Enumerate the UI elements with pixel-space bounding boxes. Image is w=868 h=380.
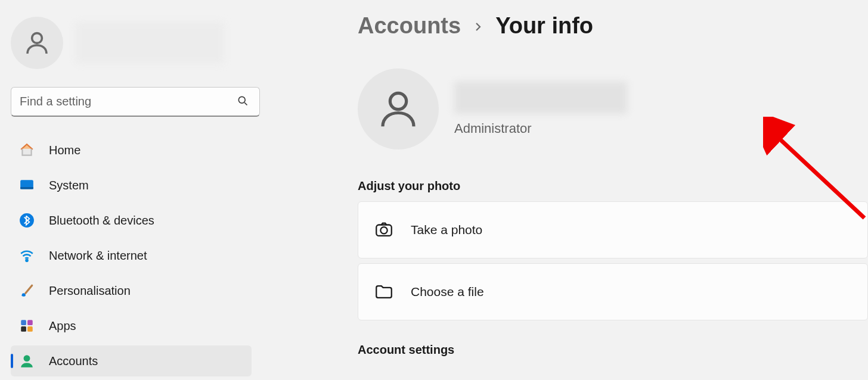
sidebar-item-system[interactable]: System — [11, 170, 252, 201]
profile-username-redacted — [454, 82, 627, 114]
wifi-icon — [18, 247, 36, 264]
sidebar-item-accounts[interactable]: Accounts — [11, 345, 252, 376]
person-icon — [23, 29, 51, 57]
account-settings-header: Account settings — [358, 343, 868, 357]
sidebar-item-label: Home — [49, 144, 80, 157]
sidebar-item-personalisation[interactable]: Personalisation — [11, 275, 252, 306]
take-photo-button[interactable]: Take a photo — [358, 201, 868, 258]
user-role: Administrator — [454, 121, 627, 136]
bluetooth-icon — [18, 211, 36, 229]
svg-point-14 — [380, 227, 387, 233]
breadcrumb: Accounts Your info — [358, 13, 868, 39]
sidebar-item-label: Network & internet — [49, 249, 147, 263]
sidebar-avatar — [11, 17, 63, 69]
sidebar-item-apps[interactable]: Apps — [11, 310, 252, 341]
sidebar-username-redacted — [75, 22, 224, 64]
breadcrumb-current: Your info — [495, 13, 593, 39]
user-text: Administrator — [454, 82, 627, 136]
photo-section-header: Adjust your photo — [358, 179, 868, 193]
card-label: Choose a file — [411, 285, 484, 299]
svg-point-1 — [238, 96, 245, 103]
card-label: Take a photo — [411, 223, 482, 237]
search-button[interactable] — [234, 95, 251, 108]
main-content: Accounts Your info Administrator Adjust … — [262, 0, 868, 380]
svg-rect-9 — [21, 326, 26, 332]
system-icon — [18, 176, 36, 194]
accounts-icon — [18, 352, 36, 370]
search-input[interactable] — [20, 95, 234, 108]
home-icon — [18, 141, 36, 159]
svg-rect-4 — [20, 187, 33, 189]
svg-point-11 — [24, 355, 30, 362]
svg-rect-7 — [21, 320, 26, 325]
svg-point-5 — [20, 213, 34, 228]
sidebar-item-network[interactable]: Network & internet — [11, 240, 252, 271]
user-info-block: Administrator — [358, 68, 868, 149]
breadcrumb-parent[interactable]: Accounts — [358, 13, 461, 39]
sidebar-item-label: Personalisation — [49, 284, 131, 298]
search-box[interactable] — [11, 87, 260, 117]
svg-point-6 — [26, 260, 27, 261]
sidebar-nav: Home System Bluetooth & devices — [11, 135, 252, 376]
sidebar-item-home[interactable]: Home — [11, 135, 252, 166]
svg-point-12 — [390, 93, 406, 109]
svg-line-2 — [244, 102, 247, 105]
choose-file-button[interactable]: Choose a file — [358, 263, 868, 320]
sidebar-item-label: Apps — [49, 319, 76, 333]
apps-icon — [18, 317, 36, 335]
sidebar-item-label: Accounts — [49, 354, 98, 368]
svg-point-0 — [32, 33, 42, 43]
sidebar: Home System Bluetooth & devices — [0, 0, 262, 380]
sidebar-item-label: System — [49, 179, 89, 192]
svg-rect-8 — [27, 320, 33, 325]
camera-icon — [374, 220, 394, 240]
paintbrush-icon — [18, 282, 36, 300]
profile-avatar — [358, 68, 439, 149]
sidebar-item-bluetooth[interactable]: Bluetooth & devices — [11, 205, 252, 236]
search-icon — [237, 95, 249, 107]
folder-icon — [374, 282, 394, 302]
chevron-right-icon — [473, 17, 483, 36]
svg-rect-10 — [27, 326, 33, 332]
sidebar-item-label: Bluetooth & devices — [49, 214, 154, 228]
sidebar-profile[interactable] — [11, 17, 252, 69]
person-icon — [375, 86, 421, 132]
